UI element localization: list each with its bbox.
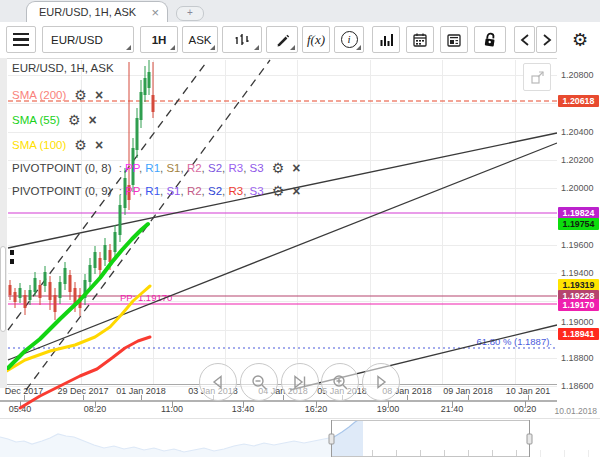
triangle-left-icon: [210, 374, 226, 390]
pan-left-button[interactable]: [199, 363, 237, 401]
zoom-out-button[interactable]: [240, 363, 278, 401]
navigator-handle[interactable]: [527, 434, 532, 444]
indicator-settings-icon[interactable]: ⚙: [74, 88, 87, 102]
time-axis-label: 05:40: [9, 404, 32, 414]
date-axis-label: Dec 2017: [5, 386, 44, 396]
time-axis-label: 21:40: [441, 404, 464, 414]
indicator-remove-icon[interactable]: ×: [95, 88, 103, 102]
skip-to-latest-icon: [292, 374, 308, 390]
time-axis-label: 11:00: [161, 404, 183, 414]
zoom-out-icon: [251, 374, 268, 391]
trading-platform-window: EUR/USD, 1H, ASK × + EUR/USD 1H ASK: [0, 0, 600, 457]
range-navigator[interactable]: [0, 420, 600, 457]
left-scrollbar-thumb[interactable]: [0, 246, 6, 332]
time-axis-label: 16:20: [305, 404, 328, 414]
date-axis-label: 09 Jan 2018: [443, 386, 493, 396]
time-axis-label: 08:20: [84, 404, 107, 414]
navigator-handle[interactable]: [329, 434, 334, 444]
indicator-settings-icon[interactable]: ⚙: [68, 113, 81, 127]
indicator-remove-icon[interactable]: ×: [292, 161, 300, 175]
time-axis-label: 19:00: [377, 404, 400, 414]
zoom-in-button[interactable]: [321, 363, 359, 401]
time-axis-label: 00:20: [514, 404, 537, 414]
corner-date: 10.01.2018: [554, 406, 597, 416]
expand-chart-button[interactable]: [523, 63, 551, 91]
date-axis-label: 01 Jan 2018: [116, 386, 166, 396]
date-axis-label: 10 Jan 201: [506, 386, 551, 396]
triangle-right-icon: [373, 374, 389, 390]
zoom-in-icon: [332, 374, 349, 391]
indicator-remove-icon[interactable]: ×: [89, 113, 97, 127]
indicator-settings-icon[interactable]: ⚙: [74, 138, 87, 152]
pan-right-button[interactable]: [362, 363, 400, 401]
expand-icon: [530, 70, 545, 85]
indicator-remove-icon[interactable]: ×: [292, 184, 300, 198]
indicator-remove-icon[interactable]: ×: [95, 138, 103, 152]
indicator-settings-icon[interactable]: ⚙: [272, 161, 285, 175]
indicator-settings-icon[interactable]: ⚙: [272, 184, 285, 198]
time-axis-label: 13:40: [232, 404, 255, 414]
go-to-end-button[interactable]: [281, 363, 319, 401]
date-axis-label: 29 Dec 2017: [57, 386, 108, 396]
